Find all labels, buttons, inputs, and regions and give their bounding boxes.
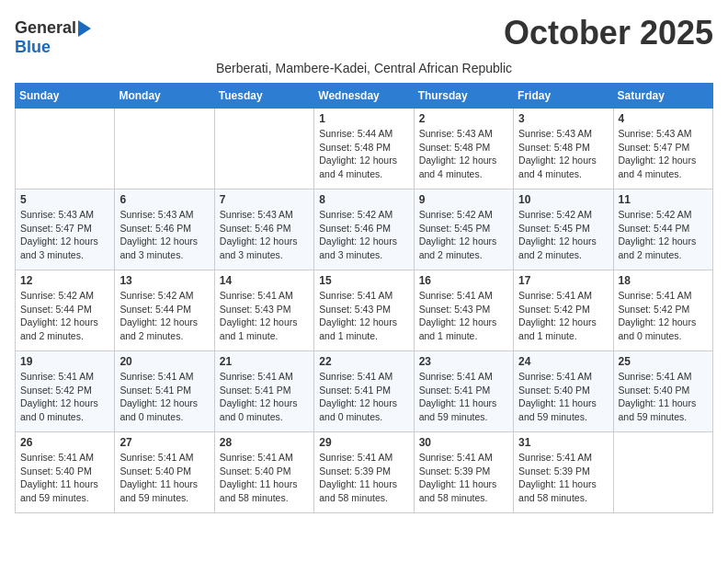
calendar-week-4: 19Sunrise: 5:41 AM Sunset: 5:42 PM Dayli…: [16, 351, 713, 432]
month-title: October 2025: [504, 15, 713, 52]
calendar-cell: 19Sunrise: 5:41 AM Sunset: 5:42 PM Dayli…: [16, 351, 115, 432]
calendar-cell: 29Sunrise: 5:41 AM Sunset: 5:39 PM Dayli…: [314, 432, 414, 513]
day-info: Sunrise: 5:41 AM Sunset: 5:42 PM Dayligh…: [20, 370, 109, 424]
day-number: 5: [20, 193, 109, 206]
day-info: Sunrise: 5:43 AM Sunset: 5:48 PM Dayligh…: [419, 127, 508, 181]
day-info: Sunrise: 5:42 AM Sunset: 5:44 PM Dayligh…: [119, 289, 209, 343]
calendar-week-2: 5Sunrise: 5:43 AM Sunset: 5:47 PM Daylig…: [16, 190, 713, 270]
logo-arrow-icon: [78, 20, 91, 37]
calendar-cell: 9Sunrise: 5:42 AM Sunset: 5:45 PM Daylig…: [414, 190, 513, 270]
day-info: Sunrise: 5:41 AM Sunset: 5:40 PM Dayligh…: [619, 370, 708, 424]
calendar-cell: 7Sunrise: 5:43 AM Sunset: 5:46 PM Daylig…: [214, 190, 313, 270]
title-section: October 2025: [504, 15, 713, 52]
day-info: Sunrise: 5:41 AM Sunset: 5:40 PM Dayligh…: [220, 451, 309, 505]
calendar-cell: 25Sunrise: 5:41 AM Sunset: 5:40 PM Dayli…: [613, 351, 712, 432]
day-info: Sunrise: 5:43 AM Sunset: 5:46 PM Dayligh…: [220, 208, 309, 262]
weekday-header-monday: Monday: [115, 84, 214, 109]
day-info: Sunrise: 5:42 AM Sunset: 5:45 PM Dayligh…: [518, 208, 608, 262]
calendar-cell: [115, 109, 214, 190]
day-info: Sunrise: 5:41 AM Sunset: 5:40 PM Dayligh…: [119, 451, 209, 505]
day-info: Sunrise: 5:41 AM Sunset: 5:39 PM Dayligh…: [419, 451, 508, 505]
calendar-cell: 26Sunrise: 5:41 AM Sunset: 5:40 PM Dayli…: [16, 432, 115, 513]
day-number: 27: [119, 436, 209, 449]
day-number: 25: [619, 355, 708, 368]
calendar-cell: [16, 109, 115, 190]
calendar-cell: 17Sunrise: 5:41 AM Sunset: 5:42 PM Dayli…: [514, 270, 613, 351]
calendar-cell: 4Sunrise: 5:43 AM Sunset: 5:47 PM Daylig…: [613, 109, 712, 190]
day-info: Sunrise: 5:41 AM Sunset: 5:43 PM Dayligh…: [419, 289, 508, 343]
calendar-cell: 12Sunrise: 5:42 AM Sunset: 5:44 PM Dayli…: [16, 270, 115, 351]
day-number: 2: [419, 112, 508, 125]
day-info: Sunrise: 5:43 AM Sunset: 5:46 PM Dayligh…: [119, 208, 209, 262]
day-info: Sunrise: 5:42 AM Sunset: 5:46 PM Dayligh…: [319, 208, 408, 262]
day-number: 31: [518, 436, 608, 449]
day-number: 19: [20, 355, 109, 368]
page-header: General Blue October 2025: [15, 15, 713, 57]
day-number: 22: [319, 355, 408, 368]
calendar-cell: 30Sunrise: 5:41 AM Sunset: 5:39 PM Dayli…: [414, 432, 513, 513]
weekday-header-tuesday: Tuesday: [214, 84, 313, 109]
day-number: 8: [319, 193, 408, 206]
day-number: 20: [119, 355, 209, 368]
weekday-header-thursday: Thursday: [414, 84, 513, 109]
day-number: 12: [20, 274, 109, 287]
logo-general-text: General: [15, 18, 76, 38]
day-number: 28: [220, 436, 309, 449]
day-number: 29: [319, 436, 408, 449]
day-info: Sunrise: 5:43 AM Sunset: 5:48 PM Dayligh…: [518, 127, 608, 181]
day-info: Sunrise: 5:41 AM Sunset: 5:41 PM Dayligh…: [220, 370, 309, 424]
day-number: 24: [518, 355, 608, 368]
day-info: Sunrise: 5:41 AM Sunset: 5:43 PM Dayligh…: [319, 289, 408, 343]
day-number: 6: [119, 193, 209, 206]
day-number: 23: [419, 355, 508, 368]
calendar-cell: [613, 432, 712, 513]
day-number: 1: [319, 112, 408, 125]
day-number: 30: [419, 436, 508, 449]
day-info: Sunrise: 5:41 AM Sunset: 5:43 PM Dayligh…: [220, 289, 309, 343]
calendar-cell: 23Sunrise: 5:41 AM Sunset: 5:41 PM Dayli…: [414, 351, 513, 432]
calendar-cell: 28Sunrise: 5:41 AM Sunset: 5:40 PM Dayli…: [214, 432, 313, 513]
day-number: 7: [220, 193, 309, 206]
calendar-cell: 15Sunrise: 5:41 AM Sunset: 5:43 PM Dayli…: [314, 270, 414, 351]
day-info: Sunrise: 5:41 AM Sunset: 5:39 PM Dayligh…: [518, 451, 608, 505]
day-number: 4: [619, 112, 708, 125]
calendar-cell: 11Sunrise: 5:42 AM Sunset: 5:44 PM Dayli…: [613, 190, 712, 270]
day-info: Sunrise: 5:41 AM Sunset: 5:41 PM Dayligh…: [419, 370, 508, 424]
day-info: Sunrise: 5:41 AM Sunset: 5:42 PM Dayligh…: [619, 289, 708, 343]
calendar-cell: 21Sunrise: 5:41 AM Sunset: 5:41 PM Dayli…: [214, 351, 313, 432]
day-number: 9: [419, 193, 508, 206]
day-info: Sunrise: 5:41 AM Sunset: 5:40 PM Dayligh…: [518, 370, 608, 424]
calendar-cell: 6Sunrise: 5:43 AM Sunset: 5:46 PM Daylig…: [115, 190, 214, 270]
day-number: 15: [319, 274, 408, 287]
day-number: 18: [619, 274, 708, 287]
day-number: 21: [220, 355, 309, 368]
calendar-cell: [214, 109, 313, 190]
weekday-header-sunday: Sunday: [16, 84, 115, 109]
day-number: 14: [220, 274, 309, 287]
calendar-cell: 22Sunrise: 5:41 AM Sunset: 5:41 PM Dayli…: [314, 351, 414, 432]
calendar-week-5: 26Sunrise: 5:41 AM Sunset: 5:40 PM Dayli…: [16, 432, 713, 513]
weekday-header-friday: Friday: [514, 84, 613, 109]
calendar-cell: 27Sunrise: 5:41 AM Sunset: 5:40 PM Dayli…: [115, 432, 214, 513]
day-info: Sunrise: 5:41 AM Sunset: 5:41 PM Dayligh…: [119, 370, 209, 424]
day-number: 10: [518, 193, 608, 206]
calendar-cell: 16Sunrise: 5:41 AM Sunset: 5:43 PM Dayli…: [414, 270, 513, 351]
calendar-body: 1Sunrise: 5:44 AM Sunset: 5:48 PM Daylig…: [16, 109, 713, 513]
day-info: Sunrise: 5:41 AM Sunset: 5:42 PM Dayligh…: [518, 289, 608, 343]
day-info: Sunrise: 5:43 AM Sunset: 5:47 PM Dayligh…: [619, 127, 708, 181]
day-info: Sunrise: 5:43 AM Sunset: 5:47 PM Dayligh…: [20, 208, 109, 262]
day-number: 3: [518, 112, 608, 125]
calendar-cell: 13Sunrise: 5:42 AM Sunset: 5:44 PM Dayli…: [115, 270, 214, 351]
calendar-cell: 10Sunrise: 5:42 AM Sunset: 5:45 PM Dayli…: [514, 190, 613, 270]
calendar-cell: 2Sunrise: 5:43 AM Sunset: 5:48 PM Daylig…: [414, 109, 513, 190]
subtitle: Berberati, Mambere-Kadei, Central Africa…: [15, 61, 713, 75]
weekday-header-row: SundayMondayTuesdayWednesdayThursdayFrid…: [16, 84, 713, 109]
day-number: 11: [619, 193, 708, 206]
calendar-cell: 8Sunrise: 5:42 AM Sunset: 5:46 PM Daylig…: [314, 190, 414, 270]
calendar-cell: 18Sunrise: 5:41 AM Sunset: 5:42 PM Dayli…: [613, 270, 712, 351]
calendar-week-3: 12Sunrise: 5:42 AM Sunset: 5:44 PM Dayli…: [16, 270, 713, 351]
day-info: Sunrise: 5:42 AM Sunset: 5:45 PM Dayligh…: [419, 208, 508, 262]
day-info: Sunrise: 5:42 AM Sunset: 5:44 PM Dayligh…: [619, 208, 708, 262]
day-number: 17: [518, 274, 608, 287]
day-number: 13: [119, 274, 209, 287]
